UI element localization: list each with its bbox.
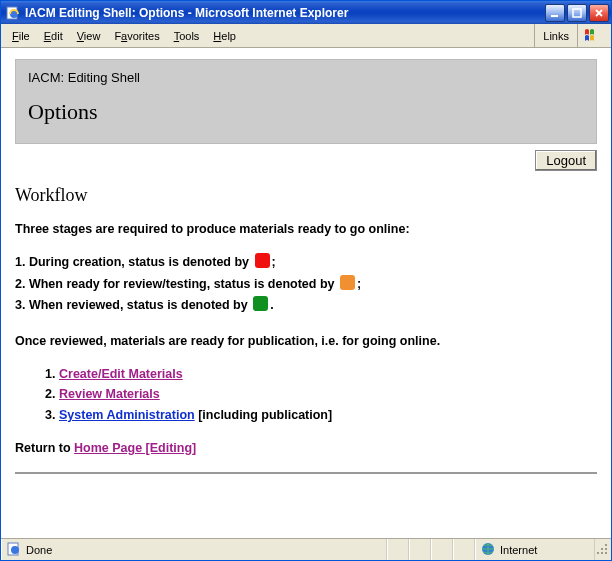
statusbar: Done Internet <box>1 538 611 560</box>
menubar: File Edit View Favorites Tools Help Link… <box>1 24 611 48</box>
content-area: IACM: Editing Shell Options Logout Workf… <box>1 48 611 538</box>
stage-3: 3. When reviewed, status is denoted by . <box>15 296 597 315</box>
page-banner: IACM: Editing Shell Options <box>15 59 597 144</box>
status-pane <box>409 539 431 560</box>
stage-1: 1. During creation, status is denoted by… <box>15 253 597 272</box>
status-pane <box>453 539 475 560</box>
security-zone: Internet <box>475 539 595 560</box>
page-title: Options <box>28 99 584 125</box>
logout-button[interactable]: Logout <box>535 150 597 171</box>
status-pane <box>431 539 453 560</box>
windows-flag-icon <box>577 24 607 47</box>
svg-rect-9 <box>601 552 603 554</box>
menu-file[interactable]: File <box>5 28 37 44</box>
svg-rect-8 <box>605 548 607 550</box>
close-button[interactable] <box>589 4 609 22</box>
svg-rect-3 <box>573 9 581 17</box>
workflow-stages: 1. During creation, status is denoted by… <box>15 253 597 315</box>
window-title: IACM Editing Shell: Options - Microsoft … <box>25 6 545 20</box>
menu-edit[interactable]: Edit <box>37 28 70 44</box>
menu-view[interactable]: View <box>70 28 108 44</box>
return-line: Return to Home Page [Editing] <box>15 439 597 458</box>
action-links: Create/Edit Materials Review Materials S… <box>41 365 597 425</box>
divider <box>15 472 597 474</box>
workflow-heading: Workflow <box>15 185 597 206</box>
svg-point-5 <box>11 546 19 554</box>
titlebar: IACM Editing Shell: Options - Microsoft … <box>1 1 611 24</box>
stage-2: 2. When ready for review/testing, status… <box>15 275 597 294</box>
workflow-intro: Three stages are required to produce mat… <box>15 220 597 239</box>
create-edit-link[interactable]: Create/Edit Materials <box>59 367 183 381</box>
menu-help[interactable]: Help <box>206 28 243 44</box>
internet-zone-icon <box>481 542 495 558</box>
menu-favorites[interactable]: Favorites <box>107 28 166 44</box>
list-item: System Administration [including publica… <box>59 406 597 425</box>
app-window: IACM Editing Shell: Options - Microsoft … <box>0 0 612 561</box>
page-scroll[interactable]: IACM: Editing Shell Options Logout Workf… <box>1 49 611 538</box>
list-item: Review Materials <box>59 385 597 404</box>
svg-rect-12 <box>597 552 599 554</box>
menu-tools[interactable]: Tools <box>167 28 207 44</box>
status-red-icon <box>255 253 270 268</box>
ie-page-icon <box>5 5 21 21</box>
workflow-after: Once reviewed, materials are ready for p… <box>15 332 597 351</box>
svg-rect-7 <box>605 552 607 554</box>
banner-subtitle: IACM: Editing Shell <box>28 70 584 85</box>
status-pane <box>387 539 409 560</box>
links-toolbar[interactable]: Links <box>534 24 577 47</box>
status-message: Done <box>1 539 387 560</box>
maximize-button[interactable] <box>567 4 587 22</box>
sysadmin-link[interactable]: System Administration <box>59 408 195 422</box>
home-page-link[interactable]: Home Page [Editing] <box>74 441 196 455</box>
svg-rect-2 <box>551 15 558 17</box>
resize-grip[interactable] <box>595 542 611 558</box>
review-link[interactable]: Review Materials <box>59 387 160 401</box>
status-green-icon <box>253 296 268 311</box>
list-item: Create/Edit Materials <box>59 365 597 384</box>
done-page-icon <box>7 542 21 558</box>
svg-rect-11 <box>601 548 603 550</box>
status-orange-icon <box>340 275 355 290</box>
svg-rect-10 <box>605 544 607 546</box>
minimize-button[interactable] <box>545 4 565 22</box>
